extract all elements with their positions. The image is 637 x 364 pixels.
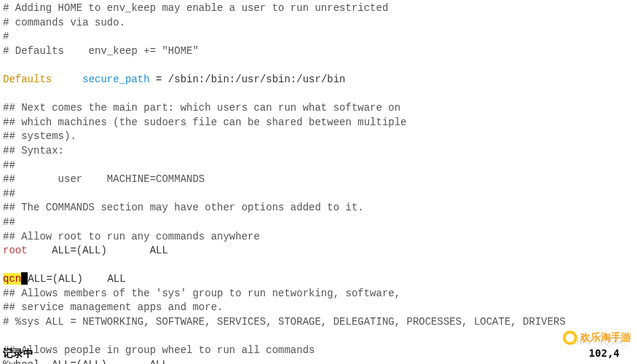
code-line: # Defaults env_keep += "HOME" <box>3 44 634 59</box>
code-line: ## The COMMANDS section may have other o… <box>3 201 634 215</box>
site-badge: 欢乐淘手游 <box>563 331 631 345</box>
code-line: qcnALL=(ALL) ALL <box>3 272 634 287</box>
code-line <box>3 258 634 273</box>
badge-text: 欢乐淘手游 <box>580 331 631 345</box>
code-line: ## systems). <box>3 130 634 144</box>
code-line: # %sys ALL = NETWORKING, SOFTWARE, SERVI… <box>3 315 634 330</box>
code-line: ## service management apps and more. <box>3 301 634 315</box>
code-line: # commands via sudo. <box>3 16 634 31</box>
code-line <box>3 330 634 344</box>
code-line: ## Next comes the main part: which users… <box>3 101 634 116</box>
code-line: # <box>3 30 634 44</box>
code-line: # Adding HOME to env_keep may enable a u… <box>3 1 634 16</box>
editor-mode: 记录中 <box>3 347 33 361</box>
code-line: ## Syntax: <box>3 144 634 159</box>
code-line: Defaults secure_path = /sbin:/bin:/usr/s… <box>3 73 634 87</box>
code-line <box>3 58 634 73</box>
smiley-icon <box>563 331 577 345</box>
code-line: ## user MACHINE=COMMANDS <box>3 173 634 187</box>
status-bar: 记录中 102,4 <box>3 347 634 361</box>
code-line: root ALL=(ALL) ALL <box>3 244 634 258</box>
text-cursor <box>21 272 28 285</box>
code-line <box>3 87 634 102</box>
code-line: ## Allows members of the 'sys' group to … <box>3 287 634 301</box>
cursor-position: 102,4 <box>589 347 620 361</box>
text-editor[interactable]: # Adding HOME to env_keep may enable a u… <box>0 0 637 364</box>
code-line: ## <box>3 187 634 202</box>
code-line: ## <box>3 159 634 173</box>
code-line: ## which machines (the sudoers file can … <box>3 116 634 130</box>
code-line: ## <box>3 215 634 230</box>
code-line: ## Allow root to run any commands anywhe… <box>3 230 634 245</box>
